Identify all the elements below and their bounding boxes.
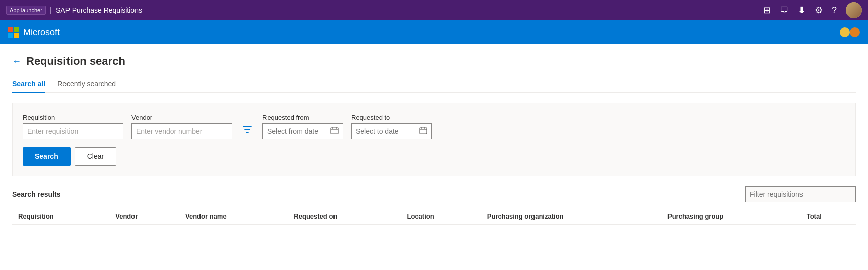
search-button[interactable]: Search [23, 147, 71, 166]
settings-icon[interactable]: ⚙ [815, 5, 823, 16]
col-requisition: Requisition [12, 208, 109, 225]
requisition-field: Requisition [23, 114, 123, 139]
top-navigation-bar: App launcher | SAP Purchase Requisitions… [0, 0, 868, 20]
tab-search-all[interactable]: Search all [12, 76, 45, 93]
ms-bar-right [840, 27, 860, 37]
vendor-label: Vendor [131, 114, 232, 121]
form-fields-row: Requisition Vendor Requested from [23, 114, 845, 139]
avatar[interactable] [846, 2, 862, 18]
svg-rect-0 [331, 128, 338, 134]
requisition-input[interactable] [23, 123, 123, 139]
vendor-field: Vendor [131, 114, 232, 139]
top-bar-separator: | [50, 6, 52, 15]
col-requested-on: Requested on [288, 208, 400, 225]
app-launcher-button[interactable]: App launcher [6, 6, 46, 15]
form-buttons-row: Search Clear [23, 147, 845, 166]
ms-sq-yellow [14, 33, 19, 38]
requested-from-label: Requested from [262, 114, 343, 121]
requested-to-input[interactable] [356, 127, 416, 135]
page-header: ← Requisition search [12, 55, 856, 68]
vendor-input[interactable] [131, 123, 232, 139]
filter-requisitions-wrap[interactable] [745, 186, 856, 202]
requested-from-calendar-icon[interactable] [330, 126, 339, 136]
results-title: Search results [12, 190, 61, 198]
page-title: Requisition search [26, 55, 125, 68]
requested-to-calendar-icon[interactable] [419, 126, 427, 136]
requested-to-label: Requested to [351, 114, 432, 121]
ms-logo-squares [8, 27, 19, 38]
col-purchasing-group: Purchasing group [661, 208, 800, 225]
filter-icon-container[interactable] [240, 125, 254, 137]
microsoft-label: Microsoft [23, 27, 60, 38]
filter-requisitions-input[interactable] [750, 190, 851, 198]
app-title: SAP Purchase Requisitions [56, 6, 142, 14]
microsoft-logo[interactable]: Microsoft [8, 27, 60, 38]
requested-to-input-wrap[interactable] [351, 123, 432, 139]
ms-sq-red [8, 27, 13, 32]
requested-from-input-wrap[interactable] [262, 123, 343, 139]
tabs-bar: Search all Recently searched [12, 76, 856, 93]
col-total: Total [800, 208, 856, 225]
top-bar-right: ⊞ 🗨 ⬇ ⚙ ? [763, 2, 862, 18]
results-table: Requisition Vendor Vendor name Requested… [12, 208, 856, 225]
requisition-label: Requisition [23, 114, 123, 121]
requested-from-input[interactable] [267, 127, 327, 135]
microsoft-bar: Microsoft [0, 20, 868, 44]
clear-button[interactable]: Clear [75, 147, 116, 166]
download-icon[interactable]: ⬇ [798, 5, 806, 16]
chat-icon[interactable]: 🗨 [780, 5, 789, 16]
ms-sq-green [14, 27, 19, 32]
col-purchasing-org: Purchasing organization [481, 208, 661, 225]
help-icon[interactable]: ? [832, 5, 837, 16]
filter-icon[interactable] [240, 125, 254, 139]
page-content: ← Requisition search Search all Recently… [0, 44, 868, 270]
col-vendor: Vendor [109, 208, 179, 225]
ms-sq-blue [8, 33, 13, 38]
results-header: Search results [12, 186, 856, 202]
avatar-image [846, 2, 862, 18]
back-arrow-button[interactable]: ← [12, 56, 21, 67]
table-header-row: Requisition Vendor Vendor name Requested… [12, 208, 856, 225]
coin-icon-1 [840, 27, 850, 37]
requested-to-field: Requested to [351, 114, 432, 139]
apps-icon[interactable]: ⊞ [763, 5, 771, 16]
svg-rect-4 [420, 128, 427, 134]
results-area: Search results Requisition Vendor Vendor… [12, 186, 856, 225]
search-form: Requisition Vendor Requested from [12, 103, 856, 176]
top-bar-left: App launcher | SAP Purchase Requisitions [6, 6, 142, 15]
requested-from-field: Requested from [262, 114, 343, 139]
col-location: Location [401, 208, 481, 225]
col-vendor-name: Vendor name [179, 208, 288, 225]
coin-icon-2 [850, 27, 860, 37]
tab-recently-searched[interactable]: Recently searched [57, 76, 116, 93]
